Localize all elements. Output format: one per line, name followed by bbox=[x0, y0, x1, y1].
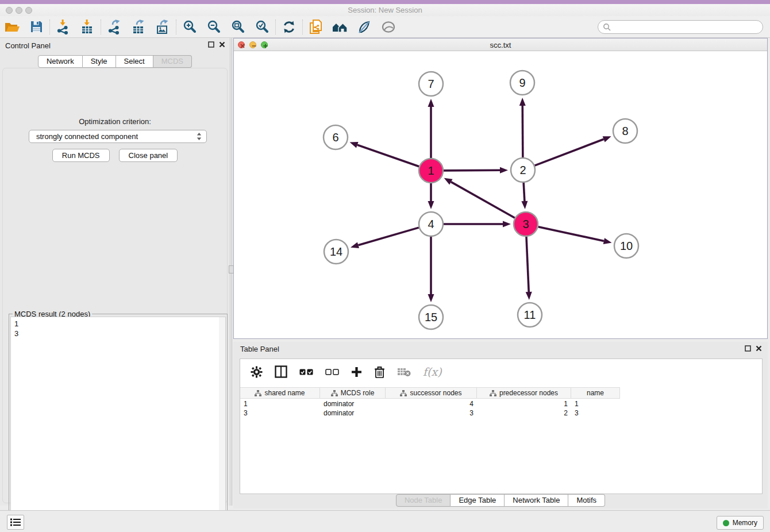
graph-edge-2-9[interactable] bbox=[522, 106, 523, 157]
import-network-button[interactable] bbox=[51, 18, 75, 36]
cell-predecessor-nodes: 1 bbox=[477, 399, 571, 408]
network-graph[interactable]: 7968124314101511 bbox=[234, 51, 767, 338]
column-hierarchy-icon bbox=[331, 390, 338, 396]
tab-motifs[interactable]: Motifs bbox=[568, 494, 605, 507]
mcds-result-box: MCDS result (2 nodes) 1 3 bbox=[9, 314, 228, 531]
criterion-select[interactable]: strongly connected component bbox=[29, 130, 207, 143]
hide-graphics-button[interactable] bbox=[352, 18, 376, 36]
column-label: name bbox=[587, 389, 604, 397]
result-scrollbar[interactable] bbox=[219, 317, 225, 529]
table-row[interactable]: 3 dominator 3 2 3 bbox=[240, 408, 620, 418]
cell-mcds-role: dominator bbox=[320, 408, 386, 418]
column-header-name[interactable]: name bbox=[571, 388, 620, 398]
graph-edge-3-10[interactable] bbox=[538, 227, 603, 241]
export-table-button[interactable] bbox=[126, 18, 151, 36]
memory-label: Memory bbox=[733, 519, 757, 527]
column-header-successor-nodes[interactable]: successor nodes bbox=[386, 388, 477, 398]
table-settings-button[interactable] bbox=[251, 366, 263, 378]
graph-edge-3-1[interactable] bbox=[451, 182, 515, 218]
tab-style[interactable]: Style bbox=[83, 55, 116, 68]
edge-arrowhead bbox=[521, 201, 528, 209]
cell-mcds-role: dominator bbox=[320, 399, 386, 408]
save-floppy-icon bbox=[30, 20, 43, 33]
control-panel-header: Control Panel bbox=[0, 38, 230, 53]
tab-network-table[interactable]: Network Table bbox=[505, 494, 568, 507]
export-image-button[interactable] bbox=[151, 18, 175, 36]
tab-edge-table[interactable]: Edge Table bbox=[451, 494, 505, 507]
zoom-fit-icon bbox=[230, 20, 245, 34]
select-all-icon[interactable] bbox=[299, 368, 313, 376]
column-label: predecessor nodes bbox=[499, 389, 558, 397]
clone-network-button[interactable] bbox=[304, 18, 328, 36]
close-panel-icon[interactable] bbox=[756, 345, 762, 352]
graph-edge-3-11[interactable] bbox=[526, 237, 529, 292]
import-table-button[interactable] bbox=[75, 18, 99, 36]
float-panel-icon[interactable] bbox=[208, 41, 214, 48]
close-panel-icon[interactable] bbox=[219, 41, 225, 48]
table-panel-title: Table Panel bbox=[240, 345, 279, 353]
zoom-fit-button[interactable] bbox=[226, 18, 250, 36]
delete-table-button-disabled[interactable] bbox=[397, 367, 411, 377]
houses-button[interactable] bbox=[328, 18, 352, 36]
graph-edge-2-3[interactable] bbox=[523, 183, 525, 201]
add-column-button[interactable] bbox=[351, 367, 362, 377]
graph-edge-4-14[interactable] bbox=[358, 228, 418, 245]
graph-edge-1-2[interactable] bbox=[444, 170, 500, 171]
open-session-button[interactable] bbox=[0, 18, 24, 36]
column-header-shared-name[interactable]: shared name bbox=[240, 388, 320, 398]
toolbar-separator bbox=[176, 20, 176, 34]
status-bar: Memory bbox=[0, 510, 770, 532]
tab-mcds[interactable]: MCDS bbox=[153, 55, 192, 68]
tab-node-table[interactable]: Node Table bbox=[396, 494, 451, 507]
table-row[interactable]: 1 dominator 4 1 1 bbox=[240, 399, 620, 408]
graph-node-label-3: 3 bbox=[522, 218, 529, 230]
graph-edge-1-6[interactable] bbox=[357, 145, 419, 167]
show-column-button[interactable] bbox=[275, 365, 287, 378]
edge-arrowhead bbox=[603, 238, 612, 244]
column-header-mcds-role[interactable]: MCDS role bbox=[320, 388, 386, 398]
float-panel-icon[interactable] bbox=[745, 345, 751, 352]
houses-icon bbox=[332, 20, 348, 34]
function-builder-button[interactable]: f(x) bbox=[423, 365, 442, 378]
deselect-all-icon[interactable] bbox=[325, 368, 339, 376]
zoom-out-button[interactable] bbox=[202, 18, 226, 36]
refresh-button[interactable] bbox=[277, 18, 301, 36]
run-mcds-button[interactable]: Run MCDS bbox=[52, 149, 110, 162]
app-titlebar: Session: New Session bbox=[0, 4, 770, 16]
eye-icon bbox=[381, 21, 396, 33]
column-hierarchy-icon bbox=[490, 390, 496, 396]
column-header-predecessor-nodes[interactable]: predecessor nodes bbox=[477, 388, 571, 398]
close-panel-button[interactable]: Close panel bbox=[119, 149, 178, 162]
column-label: shared name bbox=[264, 389, 305, 397]
delete-column-button[interactable] bbox=[374, 366, 385, 378]
graph-node-label-6: 6 bbox=[332, 131, 338, 144]
edge-arrowhead bbox=[428, 99, 434, 107]
export-image-icon bbox=[155, 20, 170, 34]
search-input[interactable] bbox=[611, 23, 763, 31]
mcds-result-text[interactable]: 1 3 bbox=[10, 317, 226, 529]
zoom-in-icon bbox=[182, 20, 197, 34]
graph-node-label-8: 8 bbox=[622, 125, 628, 137]
tab-network[interactable]: Network bbox=[38, 55, 83, 68]
zoom-selected-button[interactable] bbox=[250, 18, 274, 36]
save-session-button[interactable] bbox=[24, 18, 48, 36]
toolbar-separator bbox=[302, 20, 303, 34]
graph-node-label-10: 10 bbox=[620, 240, 633, 252]
network-canvas[interactable]: 7968124314101511 bbox=[234, 51, 767, 338]
network-titlebar: scc.txt bbox=[234, 38, 767, 51]
application-window: Session: New Session bbox=[0, 0, 770, 532]
search-box[interactable] bbox=[598, 20, 763, 34]
edge-arrowhead bbox=[350, 142, 359, 148]
cell-successor-nodes: 3 bbox=[386, 408, 477, 418]
graph-edge-2-8[interactable] bbox=[535, 139, 604, 165]
criterion-value: strongly connected component bbox=[36, 132, 197, 141]
task-history-button[interactable] bbox=[7, 515, 24, 530]
tab-select[interactable]: Select bbox=[116, 55, 153, 68]
export-network-button[interactable] bbox=[102, 18, 126, 36]
toolbar-separator bbox=[275, 20, 276, 34]
memory-button[interactable]: Memory bbox=[717, 516, 764, 530]
table-panel: Table Panel f(x) shared name bbox=[233, 342, 768, 508]
control-panel-tabs: Network Style Select MCDS bbox=[38, 55, 192, 68]
eye-button[interactable] bbox=[376, 18, 401, 36]
zoom-in-button[interactable] bbox=[178, 18, 202, 36]
